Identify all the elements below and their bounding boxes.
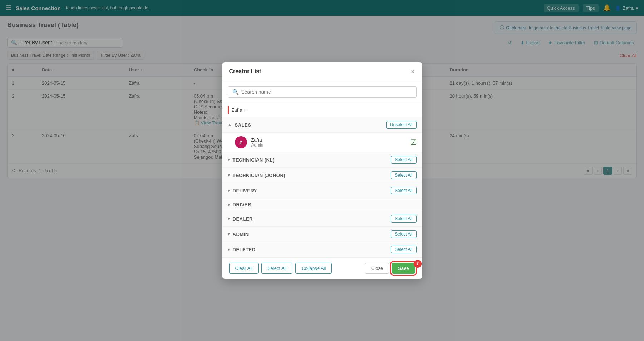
- member-zafra-role: Admin: [251, 143, 410, 148]
- modal-search-bar: 🔍: [228, 86, 417, 98]
- group-technician-kl[interactable]: ▾ TECHNICIAN (KL) Select All: [222, 152, 422, 168]
- creator-list-modal: Creator List × 🔍 Zafra × ▲ SALES Unselec…: [222, 62, 422, 184]
- modal-body: ▲ SALES Unselect All Z Zafra Admin ☑ ▾ T…: [222, 117, 422, 184]
- group-technician-johor-chevron-icon: ▾: [228, 173, 230, 178]
- member-zafra: Z Zafra Admin ☑: [222, 133, 422, 152]
- group-technician-johor-label: TECHNICIAN (JOHOR): [233, 173, 391, 178]
- member-zafra-checkbox[interactable]: ☑: [410, 138, 417, 147]
- group-technician-johor-select-all-button[interactable]: Select All: [391, 171, 416, 179]
- group-delivery[interactable]: ▾ DELIVERY Select All: [222, 183, 422, 184]
- modal-header: Creator List ×: [222, 62, 422, 81]
- member-zafra-info: Zafra Admin: [251, 137, 410, 148]
- group-sales[interactable]: ▲ SALES Unselect All: [222, 117, 422, 133]
- modal-title: Creator List: [229, 68, 261, 75]
- modal-search-icon: 🔍: [232, 89, 239, 95]
- group-sales-label: SALES: [235, 122, 386, 128]
- group-sales-chevron-icon: ▲: [228, 122, 232, 127]
- modal-close-button[interactable]: ×: [411, 68, 415, 75]
- group-technician-johor[interactable]: ▾ TECHNICIAN (JOHOR) Select All: [222, 168, 422, 183]
- modal-search-section: 🔍: [222, 81, 422, 103]
- selected-tags-area: Zafra ×: [222, 103, 422, 117]
- selected-tag-remove-button[interactable]: ×: [244, 107, 247, 113]
- modal-overlay: Creator List × 🔍 Zafra × ▲ SALES Unselec…: [0, 0, 644, 184]
- modal-search-input[interactable]: [241, 89, 412, 95]
- group-technician-kl-select-all-button[interactable]: Select All: [391, 156, 416, 164]
- group-technician-kl-chevron-icon: ▾: [228, 157, 230, 162]
- group-sales-unselect-all-button[interactable]: Unselect All: [386, 121, 417, 129]
- selected-tag-name: Zafra: [232, 107, 242, 113]
- avatar-zafra: Z: [235, 136, 247, 148]
- group-technician-kl-label: TECHNICIAN (KL): [233, 157, 391, 163]
- selected-tag-zafra: Zafra ×: [228, 106, 250, 114]
- member-zafra-name: Zafra: [251, 137, 410, 143]
